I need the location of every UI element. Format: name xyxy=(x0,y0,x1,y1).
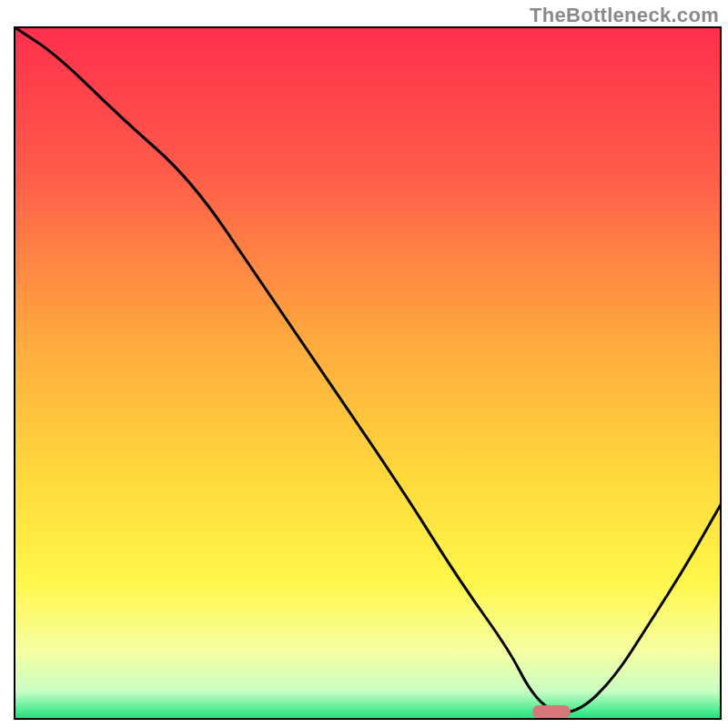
chart-stage: TheBottleneck.com xyxy=(0,0,728,728)
gradient-background xyxy=(15,27,721,719)
optimal-marker xyxy=(532,705,571,718)
chart-svg xyxy=(0,0,728,728)
